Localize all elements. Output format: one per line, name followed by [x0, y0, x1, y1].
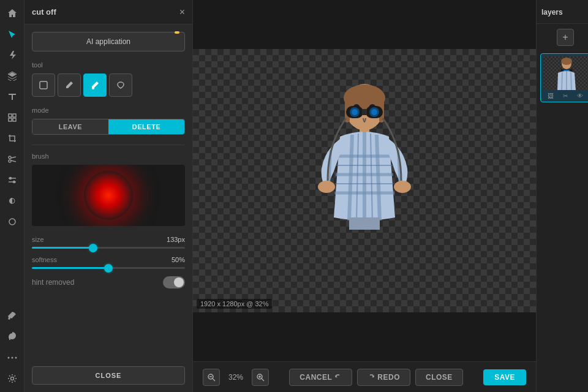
- svg-rect-48: [349, 217, 380, 230]
- canvas-container: 1920 x 1280px @ 32% 〉: [193, 49, 536, 312]
- size-label: size: [32, 236, 44, 243]
- panel-close-x[interactable]: ×: [179, 7, 185, 17]
- size-slider-section: size 133px: [32, 236, 185, 249]
- canvas-area: 1920 x 1280px @ 32% 〉 32%: [193, 0, 536, 392]
- close-center-button[interactable]: CLOSE: [415, 369, 463, 386]
- cancel-button[interactable]: CANCEL: [289, 369, 352, 386]
- panel-header: cut off ×: [24, 0, 192, 24]
- svg-line-67: [571, 72, 571, 90]
- layer-image-icon[interactable]: 🖼: [548, 92, 554, 99]
- texture-icon[interactable]: [4, 109, 21, 126]
- svg-rect-3: [13, 118, 16, 121]
- softness-value: 50%: [172, 256, 185, 263]
- size-slider-thumb[interactable]: [89, 244, 97, 252]
- mode-buttons: LEAVE DELETE: [32, 119, 185, 135]
- brush-glow: [84, 171, 133, 220]
- hint-row: hint removed: [32, 276, 185, 288]
- circle-tool-icon[interactable]: [4, 213, 21, 230]
- tool-select-btn[interactable]: [32, 74, 55, 97]
- paint-icon[interactable]: [4, 328, 21, 345]
- canvas-info: 1920 x 1280px @ 32%: [197, 299, 272, 309]
- bottom-center: CANCEL REDO CLOSE: [289, 369, 463, 386]
- svg-rect-0: [9, 114, 12, 117]
- tool-lasso-btn[interactable]: [109, 74, 132, 97]
- size-value: 133px: [167, 236, 185, 243]
- mode-leave-btn[interactable]: LEAVE: [32, 119, 108, 134]
- canvas-wrapper[interactable]: 1920 x 1280px @ 32% 〉: [193, 0, 536, 361]
- zoom-value: 32%: [225, 373, 247, 382]
- svg-rect-18: [40, 81, 47, 89]
- svg-point-13: [9, 219, 15, 225]
- layer-icons: 🖼 ✂ 👁: [543, 92, 587, 99]
- redo-button[interactable]: REDO: [357, 369, 410, 386]
- brightness-icon[interactable]: [4, 192, 21, 209]
- zoom-in-button[interactable]: [252, 369, 269, 386]
- svg-rect-2: [9, 118, 12, 121]
- settings-icon[interactable]: [4, 370, 21, 387]
- ai-application-button[interactable]: AI application: [32, 32, 185, 51]
- brush-section: brush: [32, 153, 185, 226]
- layers-icon[interactable]: [4, 67, 21, 85]
- panel-content: AI application tool: [24, 24, 192, 361]
- layers-add-button[interactable]: +: [557, 29, 574, 46]
- brush-preview: [32, 165, 185, 226]
- svg-line-65: [562, 72, 562, 90]
- svg-line-50: [213, 379, 215, 381]
- mode-section: Mode LEAVE DELETE: [32, 107, 185, 135]
- tool-label: tool: [32, 61, 185, 69]
- mode-label: Mode: [32, 107, 185, 114]
- home-icon[interactable]: [4, 5, 21, 22]
- size-slider-track[interactable]: [32, 247, 185, 249]
- svg-point-4: [9, 156, 11, 159]
- cursor-icon[interactable]: [4, 26, 21, 43]
- canvas-image: [193, 49, 536, 312]
- more-icon[interactable]: [4, 349, 21, 366]
- svg-rect-28: [362, 109, 367, 115]
- svg-point-46: [318, 181, 335, 193]
- layers-title: layers: [541, 8, 563, 17]
- svg-point-16: [15, 357, 17, 359]
- softness-slider-thumb[interactable]: [104, 264, 113, 273]
- crop-icon[interactable]: [4, 130, 21, 147]
- panel-title: cut off: [32, 7, 56, 17]
- layer-scissors-icon[interactable]: ✂: [563, 92, 568, 99]
- layer-item[interactable]: •••: [540, 53, 588, 102]
- layer-thumb-svg: [543, 56, 588, 90]
- tool-pen-btn[interactable]: [58, 74, 81, 97]
- svg-point-31: [352, 109, 358, 115]
- svg-point-11: [13, 181, 15, 183]
- panel-close-button[interactable]: CLOSE: [32, 366, 185, 385]
- svg-rect-1: [13, 114, 16, 117]
- lightning-icon[interactable]: [4, 47, 21, 64]
- side-panel: cut off × AI application tool: [24, 0, 193, 392]
- hint-label: hint removed: [32, 278, 74, 287]
- softness-slider-section: softness 50%: [32, 256, 185, 269]
- softness-slider-track[interactable]: [32, 267, 185, 269]
- hint-toggle[interactable]: [163, 276, 185, 288]
- svg-point-15: [11, 357, 13, 359]
- text-icon[interactable]: [4, 88, 21, 105]
- layer-thumbnail: [543, 56, 588, 90]
- softness-slider-fill: [32, 267, 108, 269]
- adjust-icon[interactable]: [4, 172, 21, 189]
- tool-brush-btn[interactable]: [83, 74, 107, 97]
- bottom-right: SAVE: [483, 369, 526, 385]
- zoom-out-button[interactable]: [203, 369, 220, 386]
- bottom-toolbar: 32% CANCEL: [193, 361, 536, 392]
- toggle-thumb: [174, 277, 184, 287]
- layer-eye-icon[interactable]: 👁: [577, 92, 583, 99]
- layers-panel: layers + •••: [536, 0, 588, 392]
- softness-label: softness: [32, 256, 57, 263]
- svg-line-6: [11, 157, 16, 158]
- mode-delete-btn[interactable]: DELETE: [108, 119, 184, 134]
- canvas-background: [193, 49, 536, 312]
- save-button[interactable]: SAVE: [483, 369, 526, 385]
- eyedropper-icon[interactable]: [4, 307, 21, 325]
- svg-point-32: [371, 109, 377, 115]
- left-toolbar: [0, 0, 24, 392]
- svg-point-47: [394, 181, 411, 193]
- svg-line-53: [262, 379, 264, 381]
- svg-point-19: [92, 87, 94, 89]
- svg-line-7: [11, 160, 16, 162]
- scissors-icon[interactable]: [4, 151, 21, 168]
